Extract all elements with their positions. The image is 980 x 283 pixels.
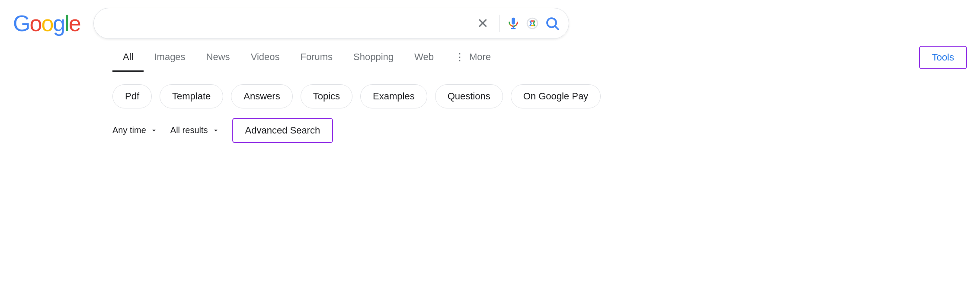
- tab-shopping[interactable]: Shopping: [343, 44, 404, 72]
- logo-letter-g2: g: [53, 10, 64, 36]
- svg-line-5: [555, 26, 558, 29]
- search-box: customer satisfaction study ✕: [93, 8, 569, 39]
- tab-all[interactable]: All: [112, 44, 144, 72]
- time-filter-label: Any time: [112, 125, 146, 135]
- tools-button[interactable]: Tools: [919, 46, 967, 69]
- results-filter-chevron-icon: [212, 127, 219, 134]
- logo-letter-o1: o: [29, 10, 41, 36]
- chip-questions[interactable]: Questions: [435, 84, 503, 108]
- chip-topics[interactable]: Topics: [301, 84, 352, 108]
- tab-news[interactable]: News: [196, 44, 240, 72]
- chip-pdf[interactable]: Pdf: [112, 84, 152, 108]
- tab-videos[interactable]: Videos: [240, 44, 290, 72]
- chip-examples[interactable]: Examples: [360, 84, 427, 108]
- filter-row: Any time All results Advanced Search: [99, 108, 980, 143]
- search-divider: [499, 15, 500, 32]
- svg-rect-0: [512, 18, 515, 25]
- logo-letter-g: G: [13, 10, 29, 36]
- nav-section: All Images News Videos Forums Shopping W…: [99, 43, 980, 72]
- more-dots-icon: ⋮: [455, 51, 465, 63]
- nav-tabs: All Images News Videos Forums Shopping W…: [112, 43, 919, 72]
- search-submit-icon[interactable]: [544, 16, 560, 31]
- google-logo[interactable]: Google: [13, 10, 80, 36]
- tab-more[interactable]: ⋮ More: [444, 43, 501, 72]
- header: Google customer satisfaction study ✕: [0, 0, 980, 39]
- tab-images[interactable]: Images: [144, 44, 195, 72]
- time-filter[interactable]: Any time: [112, 125, 157, 135]
- results-filter[interactable]: All results: [170, 125, 219, 135]
- tab-web[interactable]: Web: [404, 44, 444, 72]
- search-input[interactable]: customer satisfaction study: [102, 16, 468, 31]
- logo-letter-l: l: [64, 10, 69, 36]
- tab-forums[interactable]: Forums: [290, 44, 343, 72]
- microphone-icon[interactable]: [506, 16, 520, 30]
- chip-template[interactable]: Template: [160, 84, 223, 108]
- chip-on-google-pay[interactable]: On Google Pay: [511, 84, 601, 108]
- google-lens-icon[interactable]: [525, 16, 539, 30]
- svg-point-3: [527, 18, 538, 29]
- clear-icon[interactable]: ✕: [474, 13, 492, 33]
- results-filter-label: All results: [170, 125, 208, 135]
- time-filter-chevron-icon: [151, 127, 157, 134]
- filter-chips: Pdf Template Answers Topics Examples Que…: [99, 72, 980, 108]
- chip-answers[interactable]: Answers: [231, 84, 292, 108]
- advanced-search-button[interactable]: Advanced Search: [232, 118, 333, 143]
- logo-letter-e: e: [69, 10, 80, 36]
- logo-letter-o2: o: [41, 10, 53, 36]
